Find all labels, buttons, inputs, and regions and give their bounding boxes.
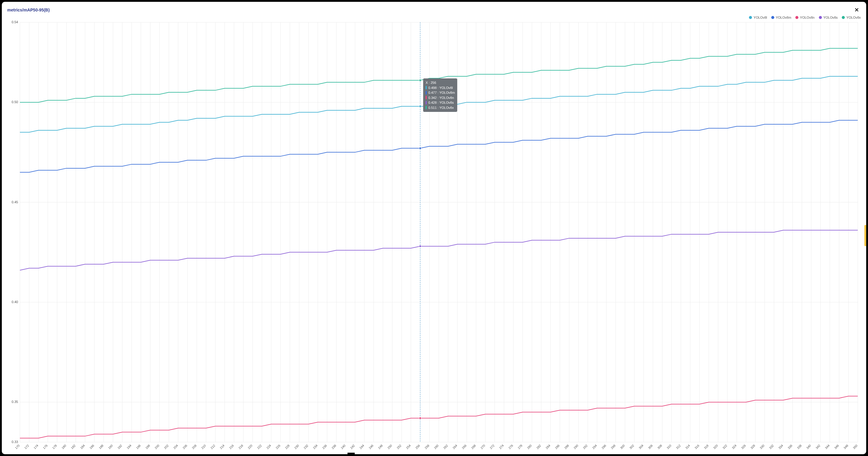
svg-text:0.33: 0.33 xyxy=(12,440,18,444)
svg-text:222: 222 xyxy=(256,444,262,450)
svg-text:326: 326 xyxy=(741,444,747,450)
chart-svg[interactable]: 1701721741761781801821841861881901921941… xyxy=(7,21,861,451)
cursor-dot-yolov8n xyxy=(419,417,421,419)
svg-text:0.45: 0.45 xyxy=(12,200,18,204)
cursor-dot-yolov8x xyxy=(419,79,421,81)
svg-text:204: 204 xyxy=(173,444,179,450)
svg-text:0.40: 0.40 xyxy=(12,300,18,304)
legend-item-yolov8s[interactable]: YOLOv8s xyxy=(819,16,838,19)
svg-text:202: 202 xyxy=(163,444,169,450)
svg-text:228: 228 xyxy=(284,444,290,450)
legend-label: YOLOv8x xyxy=(846,16,861,19)
svg-text:328: 328 xyxy=(750,444,756,450)
svg-text:282: 282 xyxy=(536,444,542,450)
svg-text:182: 182 xyxy=(70,444,76,450)
svg-text:194: 194 xyxy=(126,444,132,450)
cursor-dot-yolov8m xyxy=(419,147,421,149)
svg-text:198: 198 xyxy=(145,444,151,450)
svg-text:174: 174 xyxy=(33,444,39,450)
legend-dot xyxy=(842,16,845,19)
legend-label: YOLOv8n xyxy=(800,16,814,19)
svg-text:260: 260 xyxy=(433,444,439,450)
svg-text:224: 224 xyxy=(266,444,272,450)
svg-text:332: 332 xyxy=(769,444,775,450)
svg-text:276: 276 xyxy=(508,444,514,450)
svg-text:350: 350 xyxy=(852,444,858,450)
svg-text:272: 272 xyxy=(489,444,495,450)
svg-text:192: 192 xyxy=(117,444,123,450)
svg-text:318: 318 xyxy=(704,444,710,450)
svg-text:220: 220 xyxy=(247,444,253,450)
svg-text:188: 188 xyxy=(98,444,104,450)
svg-text:234: 234 xyxy=(312,444,318,450)
chart-title: metrics/mAP50-95(B) xyxy=(7,7,50,12)
svg-text:270: 270 xyxy=(480,444,486,450)
svg-text:330: 330 xyxy=(759,444,765,450)
svg-text:206: 206 xyxy=(182,444,188,450)
chart-area[interactable]: 1701721741761781801821841861881901921941… xyxy=(7,21,861,451)
chart-panel: metrics/mAP50-95(B) ✕ YOLOv8lYOLOv8mYOLO… xyxy=(2,2,866,454)
svg-text:248: 248 xyxy=(378,444,384,450)
svg-text:196: 196 xyxy=(135,444,141,450)
legend-label: YOLOv8m xyxy=(776,16,791,19)
svg-text:0.50: 0.50 xyxy=(12,100,18,104)
svg-text:258: 258 xyxy=(424,444,430,450)
close-icon[interactable]: ✕ xyxy=(852,6,861,14)
legend-item-yolov8n[interactable]: YOLOv8n xyxy=(795,16,814,19)
svg-text:232: 232 xyxy=(303,444,309,450)
svg-text:304: 304 xyxy=(638,444,644,450)
svg-text:180: 180 xyxy=(61,444,67,450)
legend-item-yolov8m[interactable]: YOLOv8m xyxy=(771,16,791,19)
svg-text:250: 250 xyxy=(387,444,393,450)
svg-text:230: 230 xyxy=(294,444,300,450)
svg-text:178: 178 xyxy=(52,444,58,450)
svg-text:210: 210 xyxy=(201,444,207,450)
svg-text:322: 322 xyxy=(722,444,728,450)
svg-text:176: 176 xyxy=(42,444,49,450)
svg-text:212: 212 xyxy=(210,444,216,450)
svg-text:316: 316 xyxy=(694,444,700,450)
svg-text:242: 242 xyxy=(350,444,355,450)
svg-text:296: 296 xyxy=(601,444,607,450)
svg-text:286: 286 xyxy=(554,444,560,450)
legend-item-yolov8l[interactable]: YOLOv8l xyxy=(749,16,767,19)
svg-text:284: 284 xyxy=(545,444,551,450)
svg-text:266: 266 xyxy=(461,444,467,450)
svg-text:292: 292 xyxy=(582,444,588,450)
svg-text:256: 256 xyxy=(415,444,421,450)
svg-text:302: 302 xyxy=(629,444,635,450)
svg-text:278: 278 xyxy=(517,444,523,450)
panel-header: metrics/mAP50-95(B) ✕ xyxy=(7,6,861,14)
svg-text:280: 280 xyxy=(527,444,532,450)
legend-item-yolov8x[interactable]: YOLOv8x xyxy=(842,16,861,19)
svg-text:314: 314 xyxy=(685,444,691,450)
legend-label: YOLOv8l xyxy=(753,16,767,19)
svg-text:0.35: 0.35 xyxy=(12,400,18,403)
svg-text:344: 344 xyxy=(824,444,830,450)
legend-dot xyxy=(749,16,752,19)
svg-text:244: 244 xyxy=(359,444,365,450)
svg-text:310: 310 xyxy=(666,444,672,450)
svg-text:346: 346 xyxy=(834,444,840,450)
bottom-notch xyxy=(347,453,355,454)
svg-text:262: 262 xyxy=(443,444,449,450)
svg-text:300: 300 xyxy=(620,444,626,450)
svg-text:264: 264 xyxy=(452,444,458,450)
svg-text:190: 190 xyxy=(107,444,114,450)
cursor-dot-yolov8s xyxy=(419,245,421,247)
svg-text:312: 312 xyxy=(675,444,681,450)
svg-text:236: 236 xyxy=(321,444,328,450)
svg-text:172: 172 xyxy=(24,444,30,450)
svg-text:342: 342 xyxy=(815,444,821,450)
svg-text:216: 216 xyxy=(228,444,235,450)
svg-text:218: 218 xyxy=(238,444,244,450)
svg-text:0.54: 0.54 xyxy=(12,21,18,24)
chart-legend: YOLOv8lYOLOv8mYOLOv8nYOLOv8sYOLOv8x xyxy=(7,16,861,19)
svg-text:336: 336 xyxy=(787,444,793,450)
svg-text:226: 226 xyxy=(275,444,281,450)
legend-label: YOLOv8s xyxy=(824,16,838,19)
svg-text:338: 338 xyxy=(797,444,803,450)
svg-text:274: 274 xyxy=(498,444,504,450)
side-tab-handle[interactable] xyxy=(864,225,866,246)
svg-text:268: 268 xyxy=(470,444,476,450)
